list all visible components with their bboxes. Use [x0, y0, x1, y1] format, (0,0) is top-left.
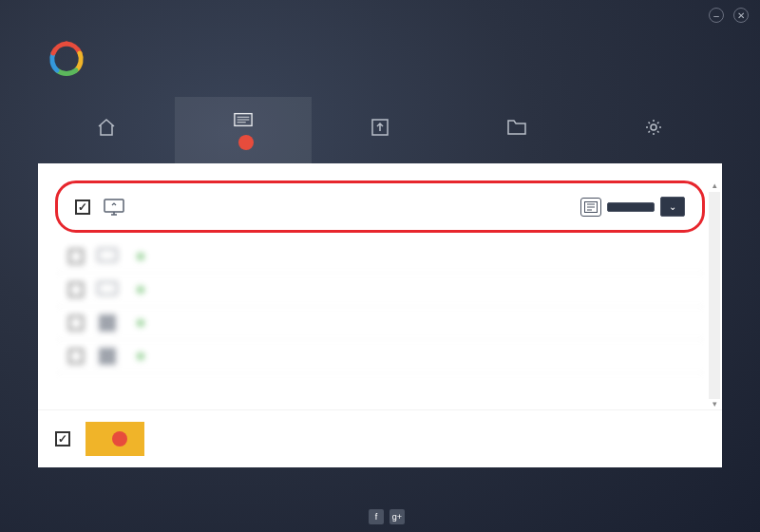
driver-row-blurred [55, 274, 705, 307]
tab-backup[interactable] [312, 97, 448, 163]
details-icon[interactable] [580, 198, 601, 217]
tab-settings[interactable] [585, 97, 722, 163]
driver-checkbox[interactable] [68, 349, 84, 364]
facebook-icon[interactable]: f [369, 509, 384, 524]
close-button[interactable]: ✕ [733, 8, 749, 23]
svg-rect-13 [98, 249, 117, 261]
monitor-icon [97, 248, 118, 265]
minimize-button[interactable]: – [709, 8, 724, 23]
home-icon [97, 118, 116, 137]
windows-icon [97, 314, 118, 332]
scroll-up-arrow[interactable]: ▴ [709, 180, 720, 192]
driver-checkbox[interactable] [68, 315, 84, 331]
app-logo-icon [48, 40, 86, 78]
audio-icon [97, 281, 118, 298]
driver-row-blurred [55, 340, 705, 373]
download-badge [112, 431, 127, 446]
driver-checkbox[interactable] [75, 200, 90, 215]
driver-row-blurred [55, 240, 705, 274]
svg-rect-14 [98, 282, 117, 294]
status-dot-green [137, 352, 144, 360]
svg-rect-22 [108, 357, 115, 364]
driver-row-blurred [55, 307, 705, 340]
driver-checkbox[interactable] [68, 249, 84, 264]
tab-home[interactable] [38, 97, 175, 163]
tab-restore[interactable] [448, 97, 585, 163]
update-dropdown-button[interactable]: ⌄ [660, 197, 685, 217]
driver-name [131, 250, 692, 263]
googleplus-icon[interactable]: g+ [390, 509, 405, 524]
svg-point-5 [651, 124, 656, 130]
svg-rect-15 [100, 315, 106, 322]
download-install-button[interactable] [86, 422, 144, 456]
update-button[interactable] [607, 202, 655, 212]
monitor-icon [104, 199, 124, 216]
windows-icon [97, 348, 118, 365]
svg-rect-18 [108, 324, 115, 331]
gear-icon [644, 118, 663, 137]
driver-name [131, 350, 678, 363]
status-dot-green [137, 253, 144, 260]
tab-driver-updates[interactable] [175, 97, 312, 163]
status-dot-green [137, 286, 144, 294]
main-tabs [0, 97, 760, 163]
updates-icon [234, 110, 253, 129]
driver-row-highlighted: ⌄ [55, 180, 705, 233]
updates-badge [238, 135, 254, 150]
scroll-track[interactable] [709, 192, 720, 399]
driver-list-panel: ⌄ [38, 163, 722, 467]
footer: f g+ [0, 509, 760, 524]
status-dot-green [137, 319, 144, 327]
select-all-checkbox[interactable] [55, 431, 70, 446]
svg-rect-17 [100, 324, 106, 331]
driver-name [131, 283, 692, 296]
driver-name [131, 316, 678, 330]
svg-rect-19 [100, 349, 106, 355]
svg-rect-20 [108, 349, 115, 355]
bottom-action-bar [38, 409, 722, 467]
svg-rect-16 [108, 315, 115, 322]
svg-rect-21 [100, 357, 106, 364]
svg-rect-6 [104, 200, 124, 212]
backup-icon [370, 118, 390, 137]
app-logo-area [0, 30, 760, 97]
restore-icon [507, 118, 526, 137]
driver-checkbox[interactable] [68, 282, 84, 297]
scrollbar[interactable]: ▴ ▾ [709, 180, 720, 410]
